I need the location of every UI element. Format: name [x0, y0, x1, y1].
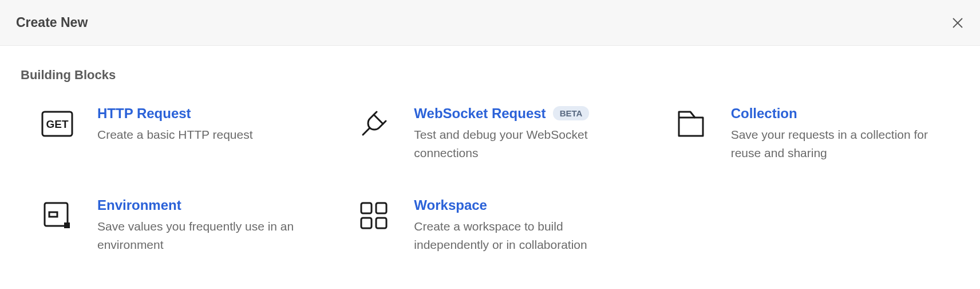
svg-rect-6	[64, 222, 70, 228]
svg-rect-5	[49, 212, 57, 217]
item-title: Collection	[731, 104, 797, 122]
item-body: Collection Save your requests in a colle…	[731, 104, 959, 162]
item-title: HTTP Request	[97, 104, 191, 122]
plug-icon	[357, 107, 391, 141]
item-title: WebSocket Request	[414, 104, 546, 122]
item-title: Workspace	[414, 196, 487, 214]
item-body: Workspace Create a workspace to build in…	[414, 196, 642, 253]
environment-icon	[40, 198, 74, 233]
close-icon	[951, 17, 964, 29]
item-title-row: Workspace	[414, 196, 642, 214]
close-button[interactable]	[951, 17, 964, 29]
item-workspace[interactable]: Workspace Create a workspace to build in…	[337, 196, 642, 253]
svg-rect-9	[361, 218, 372, 228]
item-description: Test and debug your WebSocket connection…	[414, 126, 631, 162]
item-description: Save your requests in a collection for r…	[731, 126, 949, 162]
item-websocket-request[interactable]: WebSocket Request BETA Test and debug yo…	[337, 104, 642, 162]
item-title-row: HTTP Request	[97, 104, 326, 122]
item-description: Create a workspace to build independentl…	[414, 217, 631, 253]
item-collection[interactable]: Collection Save your requests in a colle…	[654, 104, 959, 162]
building-blocks-grid: GET HTTP Request Create a basic HTTP req…	[21, 104, 959, 253]
item-body: Environment Save values you frequently u…	[97, 196, 326, 253]
svg-text:GET: GET	[46, 118, 68, 130]
item-body: WebSocket Request BETA Test and debug yo…	[414, 104, 642, 162]
item-description: Create a basic HTTP request	[97, 126, 315, 144]
item-environment[interactable]: Environment Save values you frequently u…	[21, 196, 326, 253]
item-title-row: Collection	[731, 104, 959, 122]
dialog-content: Building Blocks GET HTTP Request Create …	[0, 46, 980, 275]
svg-rect-7	[361, 203, 372, 213]
item-description: Save values you frequently use in an env…	[97, 217, 315, 253]
grid-icon	[357, 198, 391, 233]
item-title-row: Environment	[97, 196, 326, 214]
item-body: HTTP Request Create a basic HTTP request	[97, 104, 326, 144]
svg-rect-8	[376, 203, 386, 213]
dialog-title: Create New	[16, 15, 88, 30]
svg-rect-10	[376, 218, 386, 228]
dialog-header: Create New	[0, 0, 980, 46]
folder-icon	[674, 107, 708, 141]
item-title: Environment	[97, 196, 181, 214]
section-title: Building Blocks	[21, 68, 959, 83]
item-http-request[interactable]: GET HTTP Request Create a basic HTTP req…	[21, 104, 326, 162]
http-get-icon: GET	[40, 107, 74, 141]
beta-badge: BETA	[553, 106, 590, 120]
item-title-row: WebSocket Request BETA	[414, 104, 642, 122]
